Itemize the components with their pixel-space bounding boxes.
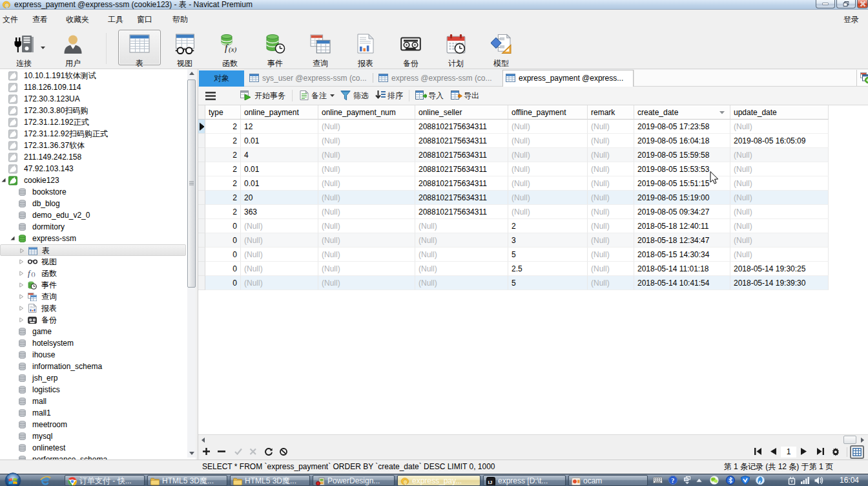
taskbar-button-1[interactable]: 订单支付 - 快...: [65, 475, 145, 486]
cell-offline_payment[interactable]: (Null): [508, 134, 588, 148]
taskbar-button-7[interactable]: ocam: [568, 475, 648, 486]
cell-online_payment[interactable]: (Null): [241, 233, 318, 248]
cell-offline_payment[interactable]: (Null): [508, 191, 588, 205]
cell-online_payment[interactable]: 0.01: [241, 176, 318, 191]
cell-offline_payment[interactable]: (Null): [508, 205, 588, 219]
minimize-button[interactable]: [816, 0, 835, 8]
grid-view-toggle[interactable]: [850, 445, 864, 459]
tree-item-logistics[interactable]: logistics: [0, 384, 186, 396]
tree-item-db_blog[interactable]: db_blog: [0, 198, 186, 209]
cell-online_payment[interactable]: 363: [241, 205, 318, 219]
note-button[interactable]: 备注: [311, 87, 327, 105]
add-record-button[interactable]: [203, 448, 210, 455]
taskbar-button-4[interactable]: PowerDesign...: [313, 475, 395, 486]
cell-online_payment_num[interactable]: (Null): [318, 134, 415, 148]
taskbar-button-3[interactable]: HTML5 3D魔...: [230, 475, 310, 486]
cell-type[interactable]: 2: [205, 148, 241, 162]
taskbar-button-5[interactable]: express_pay...: [397, 475, 480, 486]
scroll-up-button[interactable]: [187, 69, 196, 78]
tree-item-onlinetest[interactable]: onlinetest: [0, 442, 186, 454]
cell-online_payment[interactable]: (Null): [241, 276, 318, 290]
expander-closed-icon[interactable]: [19, 259, 24, 264]
cell-update_date[interactable]: (Null): [730, 120, 829, 134]
cell-create_date[interactable]: 2019-08-05 16:04:18: [634, 134, 730, 148]
column-header-type[interactable]: type: [205, 105, 241, 120]
row-selector[interactable]: [198, 191, 205, 205]
cell-update_date[interactable]: 2018-05-14 19:39:30: [730, 276, 829, 290]
cell-type[interactable]: 0: [205, 248, 241, 262]
cell-online_payment_num[interactable]: (Null): [318, 219, 415, 233]
cell-remark[interactable]: (Null): [588, 120, 634, 134]
cell-offline_payment[interactable]: 3: [508, 233, 588, 248]
menu-view[interactable]: 查看: [32, 10, 48, 29]
network-signal-icon[interactable]: [801, 476, 809, 484]
expander-closed-icon[interactable]: [19, 282, 24, 288]
cell-type[interactable]: 2: [205, 191, 241, 205]
cell-update_date[interactable]: (Null): [730, 162, 829, 176]
cell-type[interactable]: 2: [205, 120, 241, 134]
new-tab-button[interactable]: [856, 70, 868, 86]
cell-online_payment_num[interactable]: (Null): [318, 148, 415, 162]
column-header-online_payment_num[interactable]: online_payment_num: [318, 105, 415, 120]
refresh-button[interactable]: [264, 448, 273, 456]
taskbar-button-2[interactable]: HTML5 3D魔...: [147, 475, 227, 486]
tree-item-118_126_109_114[interactable]: 118.126.109.114: [0, 81, 186, 93]
tree-item-211_149_242_158[interactable]: 211.149.242.158: [0, 151, 186, 163]
tree-item-cookie123[interactable]: cookie123: [0, 174, 186, 186]
toolbar-button-connection[interactable]: 连接: [3, 30, 45, 67]
tree-item-express_ssm[interactable]: express-ssm: [0, 233, 186, 244]
tree-item-__[interactable]: 备份: [0, 314, 186, 326]
tree-item-10_10_1_191____[interactable]: 10.10.1.191软体测试: [0, 70, 186, 81]
browser-flame-icon[interactable]: [756, 476, 765, 485]
row-selector[interactable]: [198, 248, 205, 262]
column-header-offline_payment[interactable]: offline_payment: [508, 105, 588, 120]
tree-item-_[interactable]: 表: [0, 244, 186, 256]
cell-online_payment[interactable]: 12: [241, 120, 318, 134]
login-link[interactable]: 登录: [843, 10, 859, 29]
cell-update_date[interactable]: (Null): [730, 176, 829, 191]
scroll-left-icon[interactable]: [202, 438, 205, 443]
first-record-button[interactable]: [754, 448, 761, 455]
tree-item-demo_edu_v2_0[interactable]: demo_edu_v2_0: [0, 209, 186, 221]
scroll-right-icon[interactable]: [861, 438, 864, 443]
cell-online_seller[interactable]: 2088102175634311: [415, 176, 508, 191]
expander-closed-icon[interactable]: [19, 317, 24, 322]
cell-create_date[interactable]: 2019-08-05 09:34:27: [634, 205, 730, 219]
cell-online_seller[interactable]: 2088102175634311: [415, 134, 508, 148]
cell-type[interactable]: 2: [205, 134, 241, 148]
taskbar-clock[interactable]: 16:04: [840, 474, 859, 486]
cell-type[interactable]: 0: [205, 276, 241, 290]
cell-online_payment_num[interactable]: (Null): [318, 191, 415, 205]
cell-update_date[interactable]: (Null): [730, 248, 829, 262]
cell-offline_payment[interactable]: 2: [508, 219, 588, 233]
cell-remark[interactable]: (Null): [588, 233, 634, 248]
begin-transaction-button[interactable]: 开始事务: [254, 87, 285, 105]
tree-item-game[interactable]: game: [0, 326, 186, 337]
menu-window[interactable]: 窗口: [137, 10, 152, 29]
tree-item-172_30_3_123UA[interactable]: 172.30.3.123UA: [0, 93, 186, 105]
cell-type[interactable]: 0: [205, 262, 241, 276]
cell-online_payment_num[interactable]: (Null): [318, 176, 415, 191]
tree-item-ihouse[interactable]: ihouse: [0, 349, 186, 361]
menu-tools[interactable]: 工具: [108, 10, 123, 29]
tree-item-hotelsystem[interactable]: hotelsystem: [0, 337, 186, 349]
tree-item-meetroom[interactable]: meetroom: [0, 419, 186, 430]
row-selector[interactable]: [198, 219, 205, 233]
cell-offline_payment[interactable]: (Null): [508, 162, 588, 176]
page-number-box[interactable]: 1: [781, 447, 796, 458]
tab-1[interactable]: sys_user @express-ssm (co...: [247, 70, 373, 87]
cell-update_date[interactable]: (Null): [730, 205, 829, 219]
expander-open-icon[interactable]: [1, 178, 6, 182]
cell-offline_payment[interactable]: (Null): [508, 176, 588, 191]
tree-item-bookstore[interactable]: bookstore: [0, 186, 186, 198]
cell-online_payment[interactable]: 0.01: [241, 134, 318, 148]
hidden-icons-arrow-icon[interactable]: [696, 478, 702, 482]
tree-item-__[interactable]: 事件: [0, 279, 186, 291]
cell-online_payment_num[interactable]: (Null): [318, 262, 415, 276]
discard-changes-button[interactable]: [249, 448, 256, 455]
cell-online_payment_num[interactable]: (Null): [318, 276, 415, 290]
toolbar-button-model[interactable]: 模型: [480, 30, 522, 67]
cell-online_seller[interactable]: 2088102175634311: [415, 162, 508, 176]
scroll-down-button[interactable]: [187, 449, 196, 458]
keyboard-icon[interactable]: [653, 477, 663, 483]
